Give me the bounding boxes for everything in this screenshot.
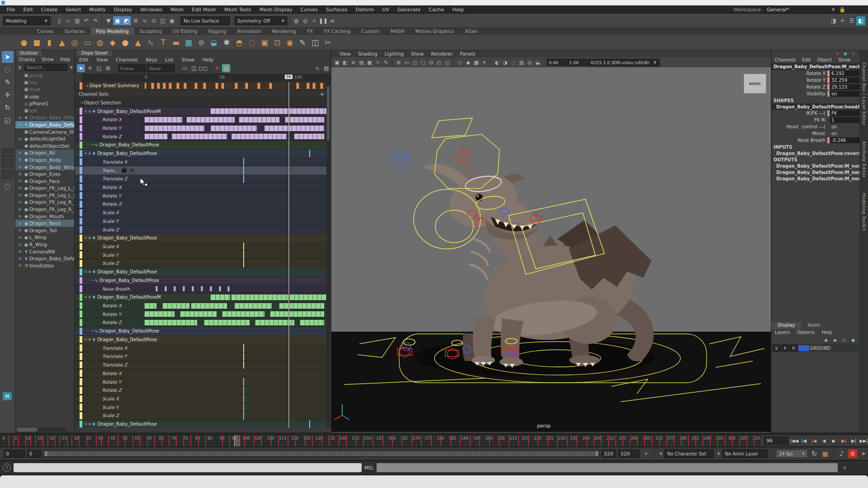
outliner-item-dragon_all[interactable]: ⊞◉Dragon_All xyxy=(15,150,74,157)
cylinder-icon[interactable]: ▮ xyxy=(43,37,55,48)
connected-node-name[interactable]: Dragon_Baby_DefaultPose:reverse2 xyxy=(772,150,859,156)
keyframe-tick[interactable] xyxy=(118,435,118,446)
keyframe-tick[interactable] xyxy=(470,435,471,446)
go-to-start-button[interactable]: |◀◀ xyxy=(790,436,798,445)
wireframe-icon[interactable]: ◇ xyxy=(456,59,464,66)
save-scene-icon[interactable]: ▤ xyxy=(73,16,82,25)
keyframe-tick[interactable] xyxy=(401,435,402,446)
smooth-icon[interactable]: ◉ xyxy=(284,37,296,48)
right-tab-attribute-editor[interactable]: Attribute Editor xyxy=(862,141,867,178)
extrude-icon[interactable]: ⊡ xyxy=(271,37,283,48)
key-track[interactable] xyxy=(145,412,326,420)
dope-menu-edit[interactable]: Edit xyxy=(75,57,92,62)
new-layer-selected-icon[interactable]: ◈ xyxy=(832,337,838,343)
filter-icon[interactable]: ⇅ xyxy=(17,64,23,70)
shelf-tab-rendering[interactable]: Rendering xyxy=(267,28,302,35)
viewport-menu-view[interactable]: View xyxy=(336,51,354,56)
field-chart-icon[interactable]: ⊡ xyxy=(427,59,435,66)
viewport-menu-panels[interactable]: Panels xyxy=(456,51,479,56)
new-scene-icon[interactable]: ▯ xyxy=(55,16,64,25)
keyframe-tick[interactable] xyxy=(321,435,322,446)
scale-tool-icon[interactable]: ◱ xyxy=(2,114,14,126)
outliner-item-top[interactable]: ▣top xyxy=(15,79,74,86)
menu-windows[interactable]: Windows xyxy=(136,7,166,13)
symmetry-selector[interactable]: Symmetry: Off▼ xyxy=(234,16,288,25)
torus-icon[interactable]: ◎ xyxy=(69,37,80,48)
keyframe[interactable] xyxy=(184,83,187,89)
shelf-tab-fx[interactable]: FX xyxy=(302,28,318,35)
channel-box-object-name[interactable]: Dragon_Baby_DefaultPose:M_neck_fk_3_cont… xyxy=(772,63,859,70)
keyframe-range[interactable] xyxy=(204,320,249,325)
type-icon[interactable]: T xyxy=(157,37,169,48)
lighting-icon[interactable]: ☀ xyxy=(481,59,488,66)
expand-icon[interactable]: ⊞ xyxy=(18,172,23,176)
key-track[interactable] xyxy=(211,107,326,115)
key-track[interactable] xyxy=(145,158,326,166)
colorspace-selector[interactable]: ACES 1.0 SDR-video (sRGB)▼ xyxy=(587,59,660,66)
keyframe-tick[interactable] xyxy=(725,435,726,446)
expand-icon[interactable]: ⊞ xyxy=(88,151,91,155)
outliner-item-dragon_baby_defa[interactable]: ⊞♦Dragon_Baby_Defa xyxy=(15,114,74,122)
outliner-panel-tab[interactable]: Outliner xyxy=(16,50,42,56)
expand-icon[interactable]: ⊞ xyxy=(18,263,23,267)
keyframe-range[interactable] xyxy=(145,117,182,122)
layer-menu-help[interactable]: Help xyxy=(818,330,836,335)
outliner-item-dragon_body_wing_o[interactable]: ⊞◉Dragon_Body_Wing_O xyxy=(15,164,74,171)
move-layer-down-icon[interactable]: ◆ xyxy=(850,337,856,343)
expand-icon[interactable]: ⊞ xyxy=(18,193,23,197)
keyframe[interactable] xyxy=(157,83,160,89)
keyframe-tick[interactable] xyxy=(688,435,689,446)
outliner-item-dragon_mouth[interactable]: ⊞◉Dragon_Mouth xyxy=(15,213,74,220)
input-line-icon[interactable]: ≡ xyxy=(328,16,337,25)
outliner-menu-display[interactable]: Display xyxy=(15,57,38,62)
layout-shortcut-1[interactable] xyxy=(2,148,14,157)
channel-nose-breath[interactable]: Nose Breath-0.246 xyxy=(772,137,859,144)
sidebar-channel-icon[interactable]: ☰ xyxy=(847,16,856,25)
shelf-tab-surfaces[interactable]: Surfaces xyxy=(59,28,90,35)
resolution-gate-icon[interactable]: ◫ xyxy=(411,59,419,66)
expand-icon[interactable]: ⊞ xyxy=(18,214,23,218)
channel-slider-handle[interactable] xyxy=(827,84,830,90)
channel-value-field[interactable]: FK xyxy=(830,110,859,116)
gamma-field[interactable]: 1.00 xyxy=(567,59,587,66)
frame-field[interactable]: Frame xyxy=(118,64,146,72)
right-tab-channel-box-layer-editor[interactable]: Channel Box / Layer Editor xyxy=(862,62,867,126)
chevron-down-icon[interactable]: ▼ xyxy=(660,452,662,456)
keyframe-range[interactable] xyxy=(285,117,324,122)
outliner-item-dragon_fk_leg_r_b[interactable]: ⊞◉Dragon_FK_Leg_R_B xyxy=(15,199,74,206)
keyframe-tick[interactable] xyxy=(35,435,36,446)
keyframe-range[interactable] xyxy=(163,303,190,309)
keyframe-tick[interactable] xyxy=(108,435,109,446)
textured-icon[interactable]: ▩ xyxy=(472,59,480,66)
key-track[interactable] xyxy=(145,251,326,259)
dope-menu-view[interactable]: View xyxy=(92,57,112,62)
expand-icon[interactable]: ⊞ xyxy=(88,270,91,274)
lock-workspace-icon[interactable]: 🔒 xyxy=(839,7,845,13)
outliner-item-l_wing[interactable]: ⊞◉L_Wing xyxy=(15,234,74,241)
keyframe-tick[interactable] xyxy=(392,435,393,446)
keyframe-tick[interactable] xyxy=(746,435,747,446)
channel-visibility[interactable]: Visibilityon xyxy=(772,90,859,97)
dope-menu-keys[interactable]: Keys xyxy=(142,57,161,62)
keyframe-tick[interactable] xyxy=(547,435,548,446)
keyframe-range[interactable] xyxy=(145,126,204,131)
menu-cache[interactable]: Cache xyxy=(425,7,448,13)
keyframe-tick[interactable] xyxy=(528,435,529,446)
menu-modify[interactable]: Modify xyxy=(85,7,109,13)
outliner-item-dragon_eyes[interactable]: ⊞◉Dragon_Eyes xyxy=(15,170,74,178)
keyframe-tick[interactable] xyxy=(637,435,638,446)
expand-icon[interactable]: ⊞ xyxy=(18,179,23,183)
auto-key-icon[interactable]: ⊙ xyxy=(848,449,857,458)
keyframe[interactable] xyxy=(257,83,260,89)
keyframe-tick[interactable] xyxy=(509,435,509,446)
safe-action-icon[interactable]: ◰ xyxy=(435,59,443,66)
search-options-icon[interactable]: ▼ xyxy=(70,66,73,70)
quad-draw-icon[interactable]: ◫ xyxy=(309,37,321,48)
outliner-item-cameracamera_001[interactable]: ▣CameraCamera_001 xyxy=(15,128,74,136)
keyframe-tick[interactable] xyxy=(450,435,451,446)
keyframe-tick[interactable] xyxy=(615,435,616,446)
key-track[interactable] xyxy=(145,124,326,132)
keyframe[interactable] xyxy=(201,286,203,291)
expand-icon[interactable]: ⊞ xyxy=(18,158,23,162)
expand-icon[interactable]: ⊞ xyxy=(18,249,23,253)
